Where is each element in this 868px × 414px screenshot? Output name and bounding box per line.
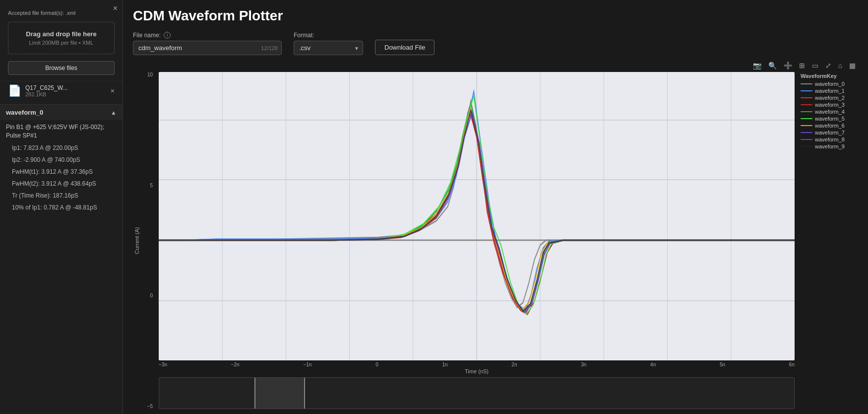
- waveform-stat-fwhm1: FwHM(t1): 3.912 A @ 37.36pS: [0, 166, 123, 178]
- legend-line-9: [801, 146, 812, 147]
- file-name-input[interactable]: [133, 41, 282, 55]
- toolbar-zoom-icon[interactable]: 🔍: [766, 60, 779, 71]
- legend-line-4: [801, 111, 812, 112]
- legend-item-4: waveform_4: [801, 109, 856, 115]
- file-name-field-group: File name: i 12/128: [133, 32, 282, 55]
- toolbar-camera-icon[interactable]: 📷: [750, 60, 764, 71]
- y-axis-label: Current (A): [133, 72, 141, 409]
- legend-label-1: waveform_1: [815, 88, 845, 94]
- legend-item-2: waveform_2: [801, 95, 856, 101]
- navigator-selection[interactable]: [254, 378, 305, 409]
- toolbar-add-icon[interactable]: ➕: [781, 60, 795, 71]
- file-name-input-wrap: 12/128: [133, 41, 282, 55]
- legend-line-3: [801, 104, 812, 105]
- legend-item-9: waveform_9: [801, 143, 856, 149]
- toolbar-expand-icon[interactable]: ⤢: [823, 60, 834, 71]
- x-tick-4n: 4n: [650, 362, 656, 367]
- chart-container: Current (A) 10 5 0 −5: [133, 72, 858, 409]
- x-axis-label: Time (nS): [159, 367, 795, 375]
- file-remove-button[interactable]: ×: [111, 87, 115, 95]
- chart-legend: WaveformKey waveform_0waveform_1waveform…: [799, 72, 858, 409]
- x-tick-neg3n: −3n: [159, 362, 167, 367]
- legend-line-0: [801, 83, 812, 84]
- accepted-formats-label: Accepted file format(s): .xml: [0, 6, 123, 19]
- chart-plot[interactable]: [159, 72, 795, 360]
- x-axis-ticks: −3n −2n −1n 0 1n 2n 3n 4n 5n 6n: [159, 360, 795, 367]
- file-name-label: Q17_C625_W...: [25, 84, 107, 91]
- legend-label-7: waveform_7: [815, 130, 845, 136]
- file-name-info-icon: i: [164, 32, 171, 39]
- x-tick-6n: 6n: [789, 362, 795, 367]
- legend-line-6: [801, 125, 812, 126]
- file-size-label: 282.1KB: [25, 91, 107, 97]
- legend-line-1: [801, 90, 812, 91]
- x-tick-1n: 1n: [442, 362, 447, 367]
- legend-label-5: waveform_5: [815, 116, 845, 122]
- y-tick-5: 5: [141, 183, 153, 188]
- legend-label-4: waveform_4: [815, 109, 845, 115]
- waveform-header[interactable]: waveform_0 ▲: [0, 105, 123, 120]
- download-file-button[interactable]: Download File: [375, 40, 434, 55]
- legend-item-6: waveform_6: [801, 123, 856, 129]
- legend-line-8: [801, 139, 812, 140]
- legend-label-2: waveform_2: [815, 95, 845, 101]
- x-tick-0: 0: [375, 362, 378, 367]
- file-name-label: File name: i: [133, 32, 282, 39]
- x-tick-neg2n: −2n: [231, 362, 240, 367]
- browse-files-button[interactable]: Browse files: [8, 61, 115, 75]
- legend-label-6: waveform_6: [815, 123, 845, 129]
- close-button[interactable]: ×: [113, 4, 118, 13]
- legend-item-1: waveform_1: [801, 88, 856, 94]
- y-axis-ticks: 10 5 0 −5: [141, 72, 155, 409]
- x-tick-3n: 3n: [581, 362, 586, 367]
- y-axis-area: Current (A) 10 5 0 −5: [133, 72, 155, 409]
- legend-item-8: waveform_8: [801, 137, 856, 142]
- format-select[interactable]: .csv .xlsx .txt: [294, 41, 363, 55]
- legend-item-0: waveform_0: [801, 81, 856, 87]
- waveform-stat-tr: Tr (Time Rise): 187.16pS: [0, 190, 123, 202]
- legend-line-7: [801, 132, 812, 133]
- toolbar-rect-icon[interactable]: ▭: [809, 60, 821, 71]
- waveform-stat-ip2: Ip2: -2.900 A @ 740.00pS: [0, 154, 123, 166]
- legend-label-3: waveform_3: [815, 102, 845, 108]
- sidebar: × Accepted file format(s): .xml Drag and…: [0, 0, 123, 414]
- format-select-wrap: .csv .xlsx .txt ▼: [294, 41, 363, 55]
- file-icon: 📄: [8, 84, 21, 97]
- waveform-stat-10pct: 10% of Ip1: 0.782 A @ -48.81pS: [0, 202, 123, 213]
- waveform-collapse-icon: ▲: [111, 109, 117, 116]
- file-info: Q17_C625_W... 282.1KB: [25, 84, 107, 97]
- legend-item-3: waveform_3: [801, 102, 856, 108]
- waveform-header-label: waveform_0: [6, 109, 43, 116]
- page-title: CDM Waveform Plotter: [133, 8, 858, 24]
- legend-label-8: waveform_8: [815, 137, 845, 142]
- controls-row: File name: i 12/128 Format: .csv .xlsx .…: [133, 32, 858, 55]
- toolbar-grid-icon[interactable]: ⊞: [797, 60, 807, 71]
- drop-limit: Limit 200MB per file • XML: [14, 40, 108, 46]
- toolbar-chart-icon[interactable]: ▦: [847, 60, 858, 71]
- waveform-description: Pin B1 @ +625 V;625V WF (JS-002); Pulse …: [0, 120, 123, 142]
- y-tick-0: 0: [141, 293, 153, 298]
- chart-navigator[interactable]: [159, 377, 795, 409]
- y-tick-10: 10: [141, 72, 153, 77]
- chart-main-area: −3n −2n −1n 0 1n 2n 3n 4n 5n 6n Time (nS…: [159, 72, 795, 409]
- waveform-section: waveform_0 ▲ Pin B1 @ +625 V;625V WF (JS…: [0, 104, 123, 213]
- waveform-stat-fwhm2: FwHM(t2): 3.912 A @ 438.64pS: [0, 178, 123, 190]
- char-count: 12/128: [261, 45, 278, 51]
- drop-zone: Drag and drop file here Limit 200MB per …: [8, 22, 115, 54]
- format-field-group: Format: .csv .xlsx .txt ▼: [294, 32, 363, 55]
- legend-line-5: [801, 118, 812, 119]
- legend-line-2: [801, 97, 812, 98]
- legend-item-5: waveform_5: [801, 116, 856, 122]
- legend-title: WaveformKey: [801, 73, 856, 79]
- x-tick-neg1n: −1n: [303, 362, 311, 367]
- waveform-svg: [159, 72, 795, 360]
- toolbar-home-icon[interactable]: ⌂: [836, 60, 845, 71]
- format-label: Format:: [294, 32, 363, 39]
- legend-label-0: waveform_0: [815, 81, 845, 87]
- drop-title: Drag and drop file here: [14, 30, 108, 38]
- x-tick-2n: 2n: [511, 362, 517, 367]
- x-tick-5n: 5n: [720, 362, 725, 367]
- main-content: CDM Waveform Plotter File name: i 12/128…: [123, 0, 868, 414]
- file-item: 📄 Q17_C625_W... 282.1KB ×: [0, 81, 123, 100]
- chart-toolbar: 📷 🔍 ➕ ⊞ ▭ ⤢ ⌂ ▦: [133, 60, 858, 71]
